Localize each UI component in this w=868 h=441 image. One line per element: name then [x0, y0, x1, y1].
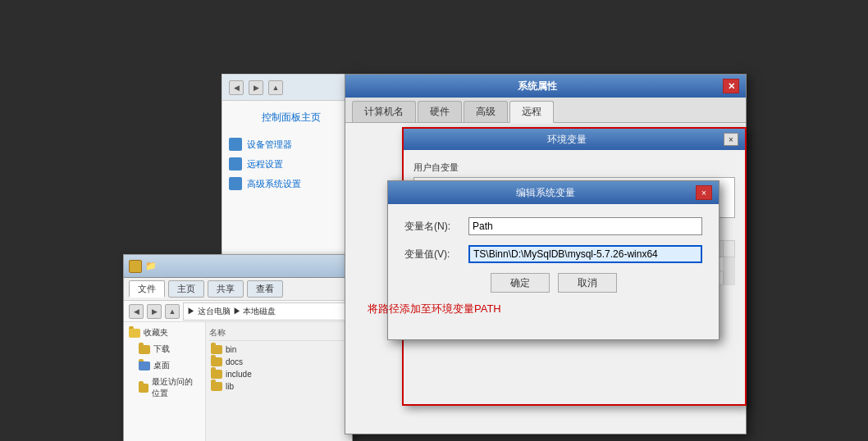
edit-var-close-btn[interactable]: ×	[696, 185, 712, 200]
sidebar-item-favorites[interactable]: 收藏夹	[127, 325, 202, 340]
env-vars-titlebar: 环境变量 ×	[404, 129, 745, 150]
downloads-folder-icon	[139, 345, 150, 354]
breadcrumb-bar: ▶ 这台电脑 ▶ 本地磁盘	[183, 302, 347, 321]
fe-sidebar: 收藏夹 下载 桌面 最近访问的位置	[124, 322, 206, 441]
env-vars-close-btn[interactable]: ×	[724, 133, 738, 146]
fe-main: 名称 bin docs include lib	[206, 322, 352, 441]
ctrl-panel-nav: ◀ ▶ ▲	[222, 75, 360, 101]
folder-icon	[211, 345, 222, 354]
list-item[interactable]: lib	[209, 381, 349, 392]
folder-icon	[211, 370, 222, 379]
edit-var-title: 编辑系统变量	[395, 186, 696, 200]
user-vars-label: 用户自变量	[413, 161, 735, 174]
ctrl-item-advanced-label: 高级系统设置	[247, 178, 301, 190]
folder-icon	[211, 357, 222, 366]
scroll-area[interactable]	[724, 257, 735, 285]
ctrl-panel-body: 控制面板主页 设备管理器 远程设置 高级系统设置	[222, 101, 360, 203]
tab-computer-name[interactable]: 计算机名	[352, 101, 416, 122]
sys-props-close-btn[interactable]: ✕	[723, 79, 739, 93]
folder-icon	[211, 382, 222, 391]
list-item[interactable]: bin	[209, 344, 349, 355]
var-value-label: 变量值(V):	[404, 248, 462, 261]
ok-button[interactable]: 确定	[491, 273, 550, 293]
downloads-label: 下载	[153, 343, 170, 355]
tab-remote[interactable]: 远程	[509, 101, 554, 123]
favorites-label: 收藏夹	[144, 327, 168, 339]
var-value-row: 变量值(V):	[404, 245, 702, 263]
fe-tab-home[interactable]: 主页	[168, 280, 204, 298]
fe-back-btn[interactable]: ◀	[129, 304, 144, 319]
edit-var-footer: 确定 取消	[404, 273, 702, 293]
file-name: lib	[226, 382, 234, 391]
favorites-folder-icon	[129, 329, 140, 338]
remote-settings-icon	[229, 157, 242, 170]
sys-props-titlebar: 系统属性 ✕	[345, 75, 746, 98]
var-value-input[interactable]	[468, 245, 702, 263]
file-explorer-titlebar: 📁	[124, 255, 352, 278]
file-explorer-icon	[129, 260, 142, 273]
fe-file-list: bin docs include lib	[209, 344, 349, 392]
sidebar-item-downloads[interactable]: 下载	[127, 342, 202, 357]
desktop-folder-icon	[139, 361, 150, 371]
ctrl-item-remote[interactable]: 远程设置	[229, 157, 354, 170]
up-btn[interactable]: ▲	[268, 80, 283, 95]
fe-main-header: 名称	[209, 325, 349, 341]
ctrl-panel-home-link[interactable]: 控制面板主页	[229, 107, 354, 128]
var-name-row: 变量名(N):	[404, 217, 702, 235]
ctrl-item-device-label: 设备管理器	[247, 139, 292, 151]
file-explorer-title: 📁	[145, 261, 347, 271]
recent-label: 最近访问的位置	[152, 376, 200, 399]
ctrl-item-advanced[interactable]: 高级系统设置	[229, 177, 354, 190]
fe-body: 收藏夹 下载 桌面 最近访问的位置 名称 bin	[124, 322, 352, 441]
ctrl-item-remote-label: 远程设置	[247, 158, 283, 170]
edit-var-body: 变量名(N): 变量值(V): 确定 取消	[388, 204, 719, 306]
file-name: bin	[226, 345, 236, 354]
file-name: include	[226, 370, 252, 379]
sidebar-item-desktop[interactable]: 桌面	[127, 358, 202, 373]
fe-tab-share[interactable]: 共享	[208, 280, 244, 298]
instruction-text: 将路径添加至环境变量PATH	[368, 302, 501, 316]
sys-props-tabs: 计算机名 硬件 高级 远程	[345, 98, 746, 123]
file-name: docs	[226, 357, 243, 366]
sidebar-item-recent[interactable]: 最近访问的位置	[127, 375, 202, 401]
env-vars-title: 环境变量	[410, 133, 724, 147]
fe-forward-btn[interactable]: ▶	[147, 304, 162, 319]
desktop-label: 桌面	[153, 360, 170, 371]
fe-toolbar: 文件 主页 共享 查看	[124, 278, 352, 301]
list-item[interactable]: include	[209, 369, 349, 380]
fe-tab-view[interactable]: 查看	[247, 280, 283, 298]
device-manager-icon	[229, 138, 242, 151]
list-item[interactable]: docs	[209, 357, 349, 367]
back-btn[interactable]: ◀	[229, 80, 244, 95]
edit-var-titlebar: 编辑系统变量 ×	[388, 181, 719, 204]
fe-tab-file[interactable]: 文件	[129, 280, 165, 298]
var-name-label: 变量名(N):	[404, 220, 462, 234]
forward-btn[interactable]: ▶	[249, 80, 263, 95]
fe-nav-bar: ◀ ▶ ▲ ▶ 这台电脑 ▶ 本地磁盘	[124, 301, 352, 322]
instruction-label: 将路径添加至环境变量PATH	[368, 302, 501, 315]
ctrl-item-device[interactable]: 设备管理器	[229, 138, 354, 151]
col-header-scroll	[724, 241, 735, 257]
recent-folder-icon	[139, 384, 148, 393]
tab-hardware[interactable]: 硬件	[418, 101, 462, 122]
tab-advanced[interactable]: 高级	[464, 101, 508, 122]
sys-props-title: 系统属性	[352, 80, 723, 93]
cancel-button[interactable]: 取消	[558, 273, 617, 293]
file-explorer-window: 📁 文件 主页 共享 查看 ◀ ▶ ▲ ▶ 这台电脑 ▶ 本地磁盘 收藏夹 下载…	[123, 254, 353, 441]
var-name-input[interactable]	[468, 217, 702, 235]
fe-up-btn[interactable]: ▲	[165, 304, 180, 319]
advanced-settings-icon	[229, 177, 242, 190]
